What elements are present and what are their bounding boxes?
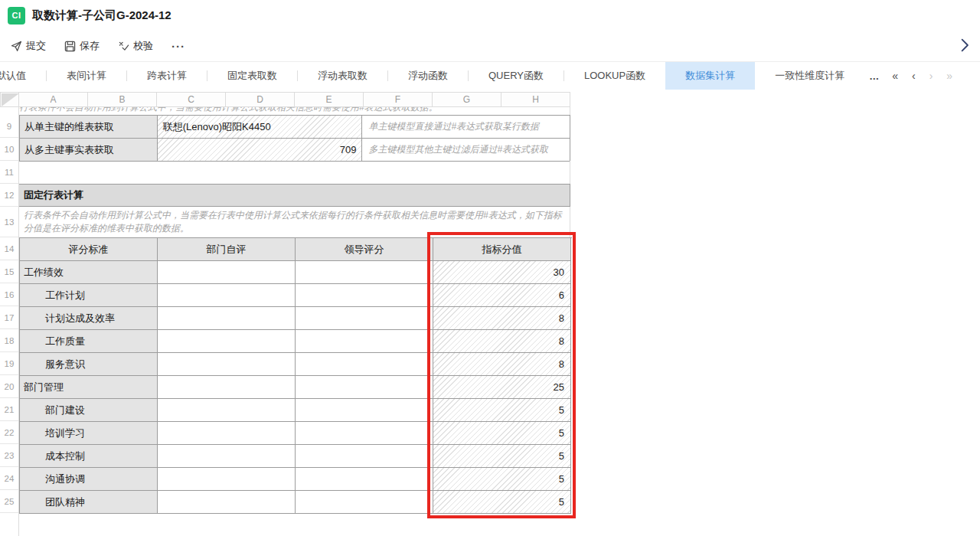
value-cell[interactable]: 709: [158, 139, 363, 162]
select-all-corner[interactable]: [0, 92, 19, 107]
indicator-value-cell[interactable]: 5: [433, 468, 571, 491]
leader-score-cell[interactable]: [296, 422, 433, 445]
row-header[interactable]: 13: [0, 207, 18, 237]
tab-next-button[interactable]: ›: [929, 70, 933, 82]
self-score-cell[interactable]: [158, 445, 296, 468]
criteria-cell[interactable]: 计划达成及效率: [20, 307, 158, 330]
tab-lookup-func[interactable]: LOOKUP函数: [564, 62, 665, 90]
row-header[interactable]: 25: [0, 490, 18, 513]
tab-last-button[interactable]: »: [946, 70, 952, 82]
column-header[interactable]: A: [19, 92, 88, 107]
note-cell[interactable]: 多主键模型其他主键过滤后通过#表达式获取: [362, 139, 570, 162]
self-score-cell[interactable]: [158, 376, 296, 399]
tab-default-value[interactable]: 默认值: [0, 62, 46, 90]
tab-floating-func[interactable]: 浮动函数: [388, 62, 468, 90]
tab-floating-table-fetch[interactable]: 浮动表取数: [298, 62, 387, 90]
self-score-cell[interactable]: [158, 399, 296, 422]
more-actions-button[interactable]: ···: [172, 40, 185, 53]
self-score-cell[interactable]: [158, 491, 296, 514]
leader-score-cell[interactable]: [296, 491, 433, 514]
row-header[interactable]: 21: [0, 398, 18, 421]
indicator-value-cell[interactable]: 6: [433, 284, 571, 307]
header-cell[interactable]: 部门自评: [158, 238, 296, 261]
empty-row[interactable]: [19, 161, 570, 184]
row-header[interactable]: 18: [0, 329, 18, 352]
criteria-cell[interactable]: 沟通协调: [20, 468, 158, 491]
tab-intertable-calc[interactable]: 表间计算: [47, 62, 126, 90]
column-header[interactable]: G: [433, 92, 501, 107]
criteria-cell[interactable]: 服务意识: [20, 353, 158, 376]
column-header[interactable]: F: [364, 92, 433, 107]
column-header[interactable]: H: [501, 92, 570, 107]
self-score-cell[interactable]: [158, 284, 296, 307]
indicator-value-cell[interactable]: 8: [433, 330, 571, 353]
criteria-cell[interactable]: 工作计划: [20, 284, 158, 307]
section-header-cell[interactable]: 固定行表计算: [19, 184, 570, 207]
leader-score-cell[interactable]: [296, 353, 433, 376]
tab-consistency-dim-calc[interactable]: 一致性维度计算: [755, 62, 864, 90]
leader-score-cell[interactable]: [296, 468, 433, 491]
column-header[interactable]: B: [88, 92, 157, 107]
indicator-value-cell[interactable]: 5: [433, 399, 571, 422]
indicator-value-cell[interactable]: 5: [433, 422, 571, 445]
indicator-value-cell[interactable]: 8: [433, 307, 571, 330]
indicator-value-cell[interactable]: 5: [433, 445, 571, 468]
row-header[interactable]: 17: [0, 306, 18, 329]
self-score-cell[interactable]: [158, 468, 296, 491]
column-header[interactable]: E: [295, 92, 364, 107]
column-header[interactable]: D: [226, 92, 295, 107]
leader-score-cell[interactable]: [296, 376, 433, 399]
row-label-cell[interactable]: 从单主键的维表获取: [20, 116, 158, 139]
note-row[interactable]: 行表条件不会自动作用到计算公式中，当需要在行表中使用计算公式来依据每行的行条件获…: [19, 207, 570, 237]
tab-query-func[interactable]: QUERY函数: [469, 62, 564, 90]
indicator-value-cell[interactable]: 30: [433, 261, 571, 284]
tab-dataset-calc[interactable]: 数据集计算: [665, 62, 755, 90]
row-header[interactable]: 10: [0, 138, 18, 161]
header-cell[interactable]: 指标分值: [433, 238, 571, 261]
collapse-panel-button[interactable]: [959, 38, 971, 55]
tab-first-button[interactable]: «: [892, 70, 898, 82]
row-header[interactable]: 11: [0, 161, 18, 184]
leader-score-cell[interactable]: [296, 445, 433, 468]
criteria-cell[interactable]: 成本控制: [20, 445, 158, 468]
tab-overflow-button[interactable]: …: [869, 70, 879, 82]
criteria-cell[interactable]: 部门建设: [20, 399, 158, 422]
row-label-cell[interactable]: 从多主键事实表获取: [20, 139, 158, 162]
save-button[interactable]: 保存: [64, 39, 100, 53]
note-cell[interactable]: 单主键模型直接通过#表达式获取某行数据: [362, 116, 570, 139]
leader-score-cell[interactable]: [296, 284, 433, 307]
validate-button[interactable]: 校验: [118, 39, 153, 53]
row-header[interactable]: 20: [0, 375, 18, 398]
self-score-cell[interactable]: [158, 307, 296, 330]
tab-crosstable-calc[interactable]: 跨表计算: [127, 62, 207, 90]
row-header[interactable]: 23: [0, 444, 18, 467]
self-score-cell[interactable]: [158, 330, 296, 353]
tab-fixed-table-fetch[interactable]: 固定表取数: [207, 62, 297, 90]
row-header[interactable]: 24: [0, 467, 18, 490]
indicator-value-cell[interactable]: 25: [433, 376, 571, 399]
self-score-cell[interactable]: [158, 422, 296, 445]
leader-score-cell[interactable]: [296, 399, 433, 422]
indicator-value-cell[interactable]: 5: [433, 491, 571, 514]
criteria-cell[interactable]: 团队精神: [20, 491, 158, 514]
header-cell[interactable]: 领导评分: [296, 238, 433, 261]
self-score-cell[interactable]: [158, 353, 296, 376]
column-header[interactable]: C: [157, 92, 226, 107]
leader-score-cell[interactable]: [296, 330, 433, 353]
row-header[interactable]: 15: [0, 260, 18, 283]
value-cell[interactable]: 联想(Lenovo)昭阳K4450: [158, 116, 363, 139]
indicator-value-cell[interactable]: 8: [433, 353, 571, 376]
submit-button[interactable]: 提交: [11, 39, 46, 53]
criteria-cell[interactable]: 培训学习: [20, 422, 158, 445]
row-header[interactable]: 22: [0, 421, 18, 444]
leader-score-cell[interactable]: [296, 261, 433, 284]
criteria-cell[interactable]: 部门管理: [20, 376, 158, 399]
row-header[interactable]: 14: [0, 237, 18, 260]
criteria-cell[interactable]: 工作绩效: [20, 261, 158, 284]
row-header[interactable]: 12: [0, 184, 18, 207]
leader-score-cell[interactable]: [296, 307, 433, 330]
criteria-cell[interactable]: 工作质量: [20, 330, 158, 353]
row-header[interactable]: 9: [0, 115, 18, 138]
self-score-cell[interactable]: [158, 261, 296, 284]
row-header[interactable]: 19: [0, 352, 18, 375]
